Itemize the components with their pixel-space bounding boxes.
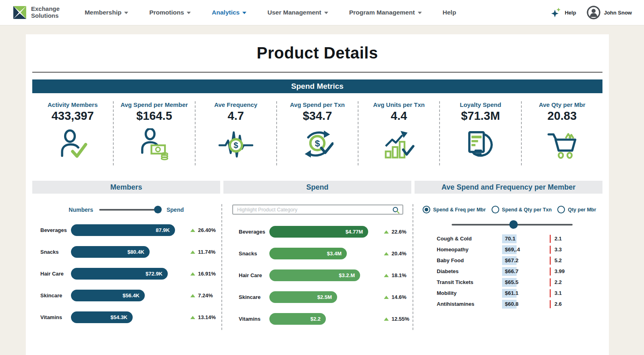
nav-user-management[interactable]: User Management <box>267 9 328 16</box>
spend-bar-row: Hair Care $3.2.M 18.1% <box>223 269 411 281</box>
spend-bar-row: Beverages $4.77M 22.6% <box>223 226 411 238</box>
nav-program-management[interactable]: Program Management <box>349 9 422 16</box>
freq-value: 2.6 <box>554 301 562 307</box>
avatar-icon <box>587 6 600 19</box>
freq-panel-title: Ave Spend and Frequency per Member <box>415 181 602 194</box>
kpi-ave-qty-per-mbr: Ave Qty per Mbr 20.83 <box>522 101 602 165</box>
nav-analytics[interactable]: Analytics <box>212 9 246 16</box>
category-label: Mobility <box>437 290 502 296</box>
panels-row: Members Numbers Spend Beverages 87.9K 26… <box>32 181 602 335</box>
radio-spend-freq-per-mbr[interactable]: Spend & Freq per Mbr <box>423 206 486 213</box>
category-label: Snacks <box>40 249 71 255</box>
change-value: 18.1% <box>392 272 406 278</box>
spend-bar[interactable]: $3.4M <box>269 248 347 259</box>
spend-cell: $61.1 <box>502 289 517 298</box>
bar-growth-check-icon <box>383 128 415 161</box>
member-bar[interactable]: $80.4K <box>71 246 150 258</box>
title-divider <box>32 72 602 73</box>
category-label: Skincare <box>40 292 71 299</box>
spend-cell: $67.2 <box>502 256 517 265</box>
nav-membership[interactable]: Membership <box>85 9 128 16</box>
member-bar[interactable]: $72.9K <box>71 268 168 280</box>
change-value: 14.6% <box>392 294 406 300</box>
slider-handle[interactable] <box>509 220 518 229</box>
search-icon[interactable] <box>392 206 400 214</box>
up-triangle-icon <box>384 230 389 234</box>
chevron-down-icon <box>418 12 422 14</box>
freq-value: 2.1 <box>554 236 562 242</box>
spend-cell: $65.5 <box>502 278 517 287</box>
freq-panel: Ave Spend and Frequency per Member Spend… <box>415 181 602 335</box>
freq-tick-icon <box>550 278 551 286</box>
up-triangle-icon <box>190 251 195 254</box>
spend-bar[interactable]: $2.2 <box>269 313 326 325</box>
panel-divider <box>413 204 413 330</box>
category-label: Skincare <box>239 294 269 300</box>
radio-button-icon[interactable] <box>423 206 430 213</box>
member-bar-row: Beverages 87.9K 26.40% <box>32 224 220 236</box>
member-bar[interactable]: 87.9K <box>71 224 175 236</box>
category-label: Diabetes <box>437 268 502 274</box>
freq-range-slider[interactable] <box>452 224 573 226</box>
change-value: 20.4% <box>392 251 406 257</box>
pulse-dollar-icon: $ <box>219 128 253 161</box>
chevron-down-icon <box>187 12 191 14</box>
panel-divider <box>221 204 222 330</box>
spend-panel-title: Spend <box>223 181 411 194</box>
kpi-avg-units-per-txn: Avg Units per Txn 4.4 <box>358 101 440 165</box>
exchange-solutions-logo[interactable]: Exchange Solutions <box>12 5 60 20</box>
member-bar-row: Skincare $56.4K 7.24% <box>32 290 220 301</box>
slider-label-spend: Spend <box>167 207 184 213</box>
up-triangle-icon <box>384 317 389 321</box>
category-label: Vitamins <box>40 314 71 320</box>
assistant-help-button[interactable]: Help <box>550 7 576 18</box>
slider-handle[interactable] <box>154 206 162 213</box>
up-triangle-icon <box>190 229 195 232</box>
up-triangle-icon <box>384 296 389 299</box>
member-bar[interactable]: $56.4K <box>71 290 145 301</box>
svg-text:$: $ <box>233 141 238 150</box>
kpi-row: Activity Members 433,397 Avg Spend per M… <box>32 101 602 165</box>
nav-help[interactable]: Help <box>443 9 456 16</box>
category-label: Beverages <box>40 227 71 233</box>
radio-button-icon[interactable] <box>557 206 565 213</box>
category-label: Vitamins <box>239 316 269 322</box>
kpi-avg-spend-per-txn: Avg Spend per Txn $34.7 $ <box>277 101 358 165</box>
up-triangle-icon <box>384 252 389 255</box>
freq-tick-icon <box>550 267 551 276</box>
kpi-ave-frequency: Ave Frequency 4.7 $ <box>196 101 277 165</box>
change-value: 11.74% <box>198 249 215 255</box>
spend-cell: $60.8 <box>502 300 517 309</box>
spend-bar[interactable]: $3.2.M <box>269 269 360 281</box>
freq-tick-icon <box>550 246 551 254</box>
highlight-category-search <box>232 205 403 215</box>
highlight-category-input[interactable] <box>233 205 402 214</box>
freq-tick-icon <box>550 257 551 265</box>
nav-promotions[interactable]: Promotions <box>149 9 191 16</box>
spend-cell: $66.7 <box>502 267 517 276</box>
user-menu[interactable]: John Snow <box>587 6 632 19</box>
kpi-activity-members: Activity Members 433,397 <box>32 101 114 165</box>
kpi-loyalty-spend: Loyalty Spend $71.3M <box>440 101 521 165</box>
freq-value: 3.99 <box>554 268 565 274</box>
spend-bar[interactable]: $4.77M <box>269 226 368 238</box>
radio-button-icon[interactable] <box>492 206 499 213</box>
member-bar-row: Hair Care $72.9K 16.91% <box>32 268 220 280</box>
category-label: Beverages <box>239 229 269 235</box>
up-triangle-icon <box>384 274 389 277</box>
members-toggle-slider[interactable] <box>99 209 160 211</box>
freq-table: Cough & Cold 70.1 2.1 Homeopathy $69,.4 … <box>415 234 602 308</box>
freq-tick-icon <box>550 300 551 308</box>
change-value: 12.55% <box>392 316 409 322</box>
logo-text-line1: Exchange <box>31 6 60 13</box>
radio-spend-qty-per-txn[interactable]: Spend & Qty per Txn <box>492 206 552 213</box>
change-value: 7.24% <box>198 292 213 299</box>
radio-qty-per-mbr[interactable]: Qty per Mbr <box>557 206 596 213</box>
app-root: Exchange Solutions Membership Promotions… <box>0 0 644 355</box>
spend-cell: $69,.4 <box>502 245 517 254</box>
logo-text-line2: Solutions <box>31 13 60 19</box>
member-bar[interactable]: $54.3K <box>71 311 133 323</box>
spend-bar[interactable]: $2.5M <box>269 291 337 303</box>
sparkle-icon <box>550 7 561 18</box>
person-money-icon <box>138 128 170 161</box>
